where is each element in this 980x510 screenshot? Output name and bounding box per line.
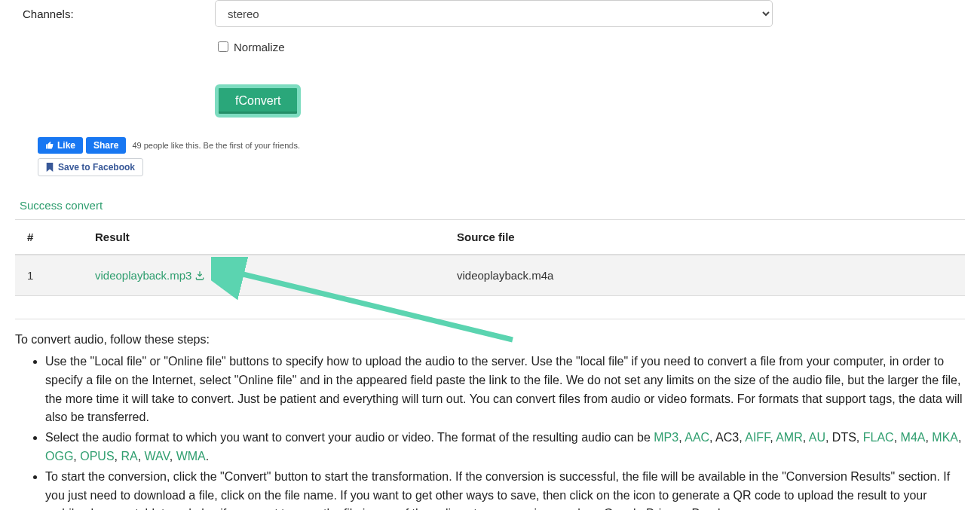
success-title: Success convert: [20, 199, 965, 215]
fmt-aiff[interactable]: AIFF: [745, 431, 770, 444]
normalize-label: Normalize: [234, 41, 285, 53]
list-item: Use the "Local file" or "Online file" bu…: [45, 353, 965, 427]
cell-source: videoplayback.m4a: [445, 255, 965, 296]
fmt-mp3[interactable]: MP3: [654, 431, 678, 444]
fmt-amr[interactable]: AMR: [776, 431, 803, 444]
normalize-checkbox[interactable]: [218, 41, 228, 52]
fb-like-button[interactable]: Like: [38, 137, 83, 154]
bookmark-icon: [46, 163, 54, 172]
channels-label: Channels:: [15, 8, 215, 20]
list-item: To start the conversion, click the "Conv…: [45, 468, 965, 510]
fmt-wav[interactable]: WAV: [145, 450, 170, 463]
col-header-source: Source file: [445, 220, 965, 255]
result-download-link[interactable]: videoplayback.mp3: [95, 269, 205, 282]
steps-list: Use the "Local file" or "Online file" bu…: [15, 353, 965, 510]
list-item: Select the audio format to which you wan…: [45, 429, 965, 466]
fmt-ra[interactable]: RA: [121, 450, 137, 463]
fb-share-button[interactable]: Share: [86, 137, 126, 154]
steps-intro: To convert audio, follow these steps:: [15, 333, 965, 347]
fmt-wma[interactable]: WMA: [176, 450, 206, 463]
fmt-ogg[interactable]: OGG: [45, 450, 73, 463]
cell-num: 1: [15, 255, 83, 296]
results-table: # Result Source file 1 videoplayback.mp3…: [15, 219, 965, 296]
fmt-mka[interactable]: MKA: [932, 431, 958, 444]
thumbs-up-icon: [45, 141, 54, 150]
download-icon: [194, 270, 205, 281]
channels-select[interactable]: stereo: [215, 0, 773, 27]
col-header-num: #: [15, 220, 83, 255]
fmt-aac[interactable]: AAC: [684, 431, 709, 444]
col-header-result: Result: [83, 220, 445, 255]
fmt-au[interactable]: AU: [809, 431, 825, 444]
fmt-flac[interactable]: FLAC: [863, 431, 894, 444]
table-row: 1 videoplayback.mp3 videoplayback.m4a: [15, 255, 965, 296]
divider: [15, 319, 965, 319]
fb-subtext: 49 people like this. Be the first of you…: [132, 141, 300, 150]
fmt-opus[interactable]: OPUS: [80, 450, 114, 463]
convert-button[interactable]: fConvert: [215, 84, 301, 118]
fmt-m4a[interactable]: M4A: [901, 431, 926, 444]
fb-save-button[interactable]: Save to Facebook: [38, 158, 143, 176]
